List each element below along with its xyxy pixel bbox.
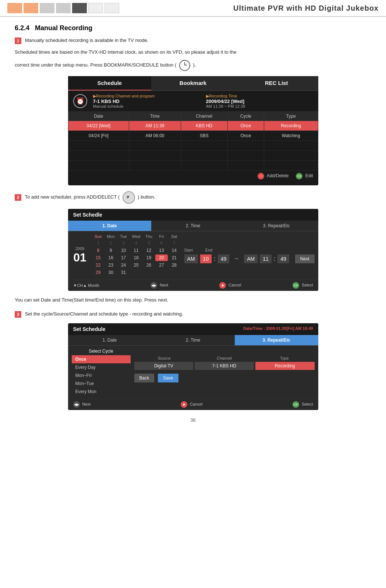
add-delete-icon: +	[258, 173, 264, 179]
datetime-badge: Date/Time : 2009.01.20[Fri] AM 10:49	[243, 326, 313, 331]
cycle-mon-fri[interactable]: Mon~Fri	[72, 371, 131, 379]
source-header-2: Channel	[194, 356, 254, 360]
step2-badge: 2	[15, 194, 21, 201]
middle-text: You can set Date and Time(Start time/End…	[15, 296, 371, 304]
cal-day-sun: Sun	[92, 234, 105, 239]
source-values: Digital TV 7-1 KBS HD Recording	[134, 362, 315, 370]
tab-bookmark[interactable]: Bookmark	[151, 76, 235, 90]
page-number: 36	[15, 417, 371, 430]
table-row-empty	[68, 141, 318, 151]
schedule-footer-2: ▼CH▲ Month ◀▶ Next ■ Cancel OK Select	[68, 279, 318, 291]
start-label: Start	[184, 248, 193, 252]
cal-day-sat: Sat	[168, 234, 180, 239]
start-hour[interactable]: 10	[200, 254, 212, 263]
source-header-3: Type	[254, 356, 314, 360]
schedule-screen: Schedule Bookmark REC List ⏰ ▶Recording …	[68, 76, 318, 185]
header-block-5	[72, 3, 87, 13]
header-block-7	[105, 3, 119, 13]
time-col: Start End AM 10 : 49 ～ AM 11 : 49 Next	[184, 234, 315, 277]
s2-select-control: OK Select	[293, 401, 313, 408]
end-ampm[interactable]: AM	[244, 254, 258, 263]
schedule-clock-icon: ⏰	[73, 94, 87, 108]
time-sub: AM 11:39 ~ PM 12:39	[206, 104, 313, 108]
schedule-tabs: Schedule Bookmark REC List	[68, 76, 318, 91]
start-min[interactable]: 49	[218, 254, 230, 263]
set-schedule-title: Set Schedle	[68, 209, 318, 221]
tab-schedule[interactable]: Schedule	[68, 76, 152, 90]
cal-day-fri: Fri	[155, 234, 168, 239]
step1-text2: Scheduled times are based on the TVX-HD …	[15, 48, 371, 56]
source-header-1: Source	[134, 356, 194, 360]
cal-day-thu: Thu	[142, 234, 155, 239]
section-title: 6.2.4 Manual Recording	[15, 24, 371, 32]
cycle-col: Select Cycle Once Every Day Mon~Fri Mon~…	[72, 349, 131, 396]
step1-badge: 1	[15, 38, 21, 44]
start-ampm[interactable]: AM	[184, 254, 198, 263]
add-delete-control: + Add/Delete	[258, 173, 288, 179]
set-schedule2-body: Select Cycle Once Every Day Mon~Fri Mon~…	[68, 346, 318, 399]
table-row[interactable]: 04/24 [Fri] AM 06:00 SBS Once Watching	[68, 131, 318, 141]
step3-badge: 3	[15, 311, 21, 318]
s2-next-control: ◀▶ Next	[73, 401, 91, 408]
cal-row-3: 15 16 17 18 19 20 21	[92, 254, 181, 261]
cal-selected-day[interactable]: 20	[155, 254, 168, 261]
cancel-control: ■ Cancel	[219, 282, 241, 289]
step3-text: 3 Set the cycle/Source/Channel and sched…	[15, 310, 371, 318]
end-hour[interactable]: 11	[260, 254, 272, 263]
source-value-1[interactable]: Digital TV	[134, 362, 194, 370]
back-button[interactable]: Back	[134, 374, 155, 382]
cal-row-1: 1 2 3 4 5 6 7	[92, 240, 181, 246]
save-button[interactable]: Save	[158, 374, 178, 382]
add-delete-label: Add/Delete	[267, 173, 288, 178]
cycle-mon-tue[interactable]: Mon~Tue	[72, 379, 131, 388]
set-tab-time[interactable]: 2. Time	[151, 221, 235, 231]
row1-date: 04/22 [Wed]	[68, 121, 129, 131]
table-row-empty	[68, 151, 318, 161]
set2-tab-repeat[interactable]: 3. Repeat/Etc	[235, 335, 318, 345]
section-number: 6.2.4	[15, 24, 29, 32]
header-block-3	[40, 3, 54, 13]
year-label: 2009	[75, 246, 84, 251]
select-ok-icon: OK	[293, 282, 299, 289]
channel-info: ▶Recording Channel and program 7-1 KBS H…	[93, 94, 200, 108]
source-value-2[interactable]: 7-1 KBS HD	[195, 362, 254, 370]
nav-icon: ◀▶	[150, 282, 157, 289]
row1-type: Recording	[264, 121, 318, 131]
cal-row-4: 22 23 24 25 26 27 28	[92, 262, 181, 268]
time-colon-2: :	[274, 256, 275, 262]
next-button[interactable]: Next	[295, 254, 315, 263]
time-value: 2009/04/22 [Wed]	[206, 99, 313, 104]
table-row[interactable]: 04/22 [Wed] AM 11:39 KBS HD Once Recordi…	[68, 121, 318, 131]
schedule-info: ⏰ ▶Recording Channel and program 7-1 KBS…	[68, 91, 318, 111]
time-tilde: ～	[234, 255, 240, 263]
header-block-2	[24, 3, 38, 13]
cycle-every-day[interactable]: Every Day	[72, 363, 131, 371]
row1-channel: KBS HD	[181, 121, 227, 131]
cycle-every-mon[interactable]: Every Mon	[72, 388, 131, 396]
end-min[interactable]: 49	[277, 254, 289, 263]
row2-time: AM 06:00	[129, 131, 181, 141]
channel-value: 7-1 KBS HD	[93, 99, 200, 104]
col-date: Date	[68, 112, 129, 121]
step2-text-after: ) button.	[138, 195, 155, 200]
set-tab-date[interactable]: 1. Date	[68, 221, 152, 231]
schedule-footer: + Add/Delete OK Edit	[68, 171, 318, 182]
set2-tab-date[interactable]: 1. Date	[68, 335, 152, 345]
row2-date: 04/24 [Fri]	[68, 131, 129, 141]
cycle-once[interactable]: Once	[72, 355, 131, 363]
set-tab-repeat[interactable]: 3. Repeat/Etc	[235, 221, 318, 231]
source-value-3[interactable]: Recording	[255, 362, 315, 370]
time-info: ▶Recording Time 2009/04/22 [Wed] AM 11:3…	[206, 94, 313, 108]
step2-text-before: To add new scheduler, press ADD/DELECT (	[25, 195, 120, 200]
set-schedule2-header: Set Schedule Date/Time : 2009.01.20[Fri]…	[68, 323, 318, 335]
s2-ok-icon: OK	[293, 401, 299, 408]
s2-cancel-icon: ■	[181, 401, 187, 408]
col-cycle: Cycle	[227, 112, 264, 121]
set2-tab-time[interactable]: 2. Time	[151, 335, 235, 345]
schedule-body: 2009 01 Sun Mon Tue Wed Thu Fri Sat 1 2 …	[68, 231, 318, 279]
time-section: AM 10 : 49 ～ AM 11 : 49 Next	[184, 254, 315, 263]
tab-rec-list[interactable]: REC List	[235, 76, 318, 90]
row2-channel: SBS	[181, 131, 227, 141]
schedule2-actions: Back Save	[134, 374, 315, 382]
end-label: End	[205, 248, 213, 252]
